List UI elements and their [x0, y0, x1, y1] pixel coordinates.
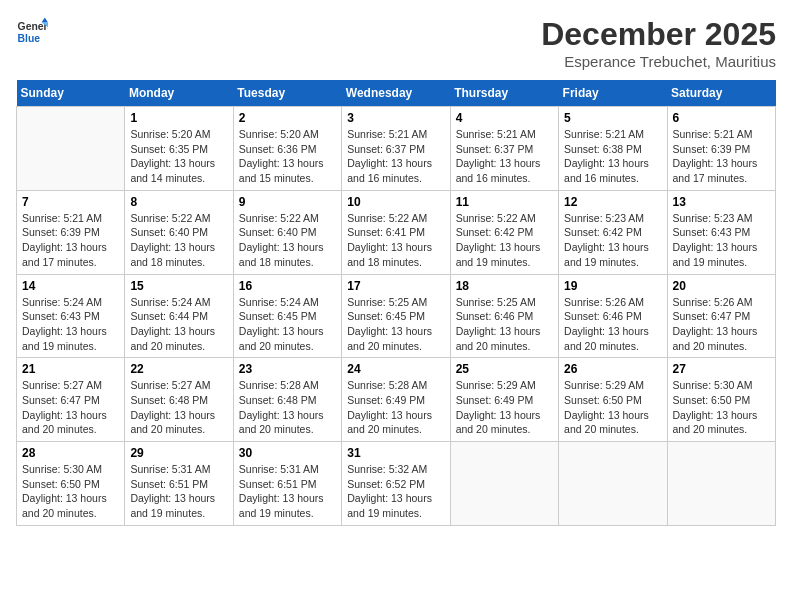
calendar-cell: 20Sunrise: 5:26 AM Sunset: 6:47 PM Dayli…	[667, 274, 775, 358]
calendar-cell: 28Sunrise: 5:30 AM Sunset: 6:50 PM Dayli…	[17, 442, 125, 526]
day-info: Sunrise: 5:25 AM Sunset: 6:46 PM Dayligh…	[456, 295, 553, 354]
day-info: Sunrise: 5:22 AM Sunset: 6:40 PM Dayligh…	[239, 211, 336, 270]
day-number: 29	[130, 446, 227, 460]
calendar-cell: 1Sunrise: 5:20 AM Sunset: 6:35 PM Daylig…	[125, 107, 233, 191]
weekday-header-sunday: Sunday	[17, 80, 125, 107]
calendar-cell: 4Sunrise: 5:21 AM Sunset: 6:37 PM Daylig…	[450, 107, 558, 191]
calendar-cell: 27Sunrise: 5:30 AM Sunset: 6:50 PM Dayli…	[667, 358, 775, 442]
title-area: December 2025 Esperance Trebuchet, Mauri…	[541, 16, 776, 70]
day-info: Sunrise: 5:21 AM Sunset: 6:39 PM Dayligh…	[673, 127, 770, 186]
week-row-1: 1Sunrise: 5:20 AM Sunset: 6:35 PM Daylig…	[17, 107, 776, 191]
calendar-cell: 6Sunrise: 5:21 AM Sunset: 6:39 PM Daylig…	[667, 107, 775, 191]
day-number: 6	[673, 111, 770, 125]
day-info: Sunrise: 5:27 AM Sunset: 6:47 PM Dayligh…	[22, 378, 119, 437]
day-number: 30	[239, 446, 336, 460]
day-number: 28	[22, 446, 119, 460]
calendar-cell: 7Sunrise: 5:21 AM Sunset: 6:39 PM Daylig…	[17, 190, 125, 274]
calendar-cell	[667, 442, 775, 526]
day-number: 24	[347, 362, 444, 376]
week-row-2: 7Sunrise: 5:21 AM Sunset: 6:39 PM Daylig…	[17, 190, 776, 274]
day-info: Sunrise: 5:29 AM Sunset: 6:50 PM Dayligh…	[564, 378, 661, 437]
day-info: Sunrise: 5:28 AM Sunset: 6:49 PM Dayligh…	[347, 378, 444, 437]
day-number: 1	[130, 111, 227, 125]
day-number: 25	[456, 362, 553, 376]
day-info: Sunrise: 5:21 AM Sunset: 6:37 PM Dayligh…	[456, 127, 553, 186]
day-info: Sunrise: 5:22 AM Sunset: 6:41 PM Dayligh…	[347, 211, 444, 270]
day-info: Sunrise: 5:23 AM Sunset: 6:42 PM Dayligh…	[564, 211, 661, 270]
weekday-header-tuesday: Tuesday	[233, 80, 341, 107]
calendar-cell: 18Sunrise: 5:25 AM Sunset: 6:46 PM Dayli…	[450, 274, 558, 358]
day-number: 19	[564, 279, 661, 293]
day-number: 15	[130, 279, 227, 293]
day-info: Sunrise: 5:31 AM Sunset: 6:51 PM Dayligh…	[130, 462, 227, 521]
day-info: Sunrise: 5:24 AM Sunset: 6:45 PM Dayligh…	[239, 295, 336, 354]
calendar-cell: 24Sunrise: 5:28 AM Sunset: 6:49 PM Dayli…	[342, 358, 450, 442]
day-number: 26	[564, 362, 661, 376]
svg-text:Blue: Blue	[18, 33, 41, 44]
day-info: Sunrise: 5:21 AM Sunset: 6:39 PM Dayligh…	[22, 211, 119, 270]
weekday-header-row: SundayMondayTuesdayWednesdayThursdayFrid…	[17, 80, 776, 107]
calendar-cell: 21Sunrise: 5:27 AM Sunset: 6:47 PM Dayli…	[17, 358, 125, 442]
day-info: Sunrise: 5:20 AM Sunset: 6:36 PM Dayligh…	[239, 127, 336, 186]
calendar-cell: 17Sunrise: 5:25 AM Sunset: 6:45 PM Dayli…	[342, 274, 450, 358]
calendar-cell: 5Sunrise: 5:21 AM Sunset: 6:38 PM Daylig…	[559, 107, 667, 191]
day-number: 17	[347, 279, 444, 293]
calendar-cell: 3Sunrise: 5:21 AM Sunset: 6:37 PM Daylig…	[342, 107, 450, 191]
calendar-cell: 15Sunrise: 5:24 AM Sunset: 6:44 PM Dayli…	[125, 274, 233, 358]
month-title: December 2025	[541, 16, 776, 53]
calendar-cell: 14Sunrise: 5:24 AM Sunset: 6:43 PM Dayli…	[17, 274, 125, 358]
day-number: 2	[239, 111, 336, 125]
day-number: 4	[456, 111, 553, 125]
day-number: 12	[564, 195, 661, 209]
weekday-header-monday: Monday	[125, 80, 233, 107]
day-info: Sunrise: 5:21 AM Sunset: 6:38 PM Dayligh…	[564, 127, 661, 186]
calendar-cell	[17, 107, 125, 191]
day-info: Sunrise: 5:31 AM Sunset: 6:51 PM Dayligh…	[239, 462, 336, 521]
day-number: 8	[130, 195, 227, 209]
day-number: 5	[564, 111, 661, 125]
weekday-header-thursday: Thursday	[450, 80, 558, 107]
calendar-cell: 8Sunrise: 5:22 AM Sunset: 6:40 PM Daylig…	[125, 190, 233, 274]
day-info: Sunrise: 5:24 AM Sunset: 6:43 PM Dayligh…	[22, 295, 119, 354]
calendar-body: 1Sunrise: 5:20 AM Sunset: 6:35 PM Daylig…	[17, 107, 776, 526]
calendar-cell: 2Sunrise: 5:20 AM Sunset: 6:36 PM Daylig…	[233, 107, 341, 191]
day-number: 7	[22, 195, 119, 209]
calendar-cell: 29Sunrise: 5:31 AM Sunset: 6:51 PM Dayli…	[125, 442, 233, 526]
day-number: 23	[239, 362, 336, 376]
day-info: Sunrise: 5:26 AM Sunset: 6:46 PM Dayligh…	[564, 295, 661, 354]
day-info: Sunrise: 5:27 AM Sunset: 6:48 PM Dayligh…	[130, 378, 227, 437]
weekday-header-saturday: Saturday	[667, 80, 775, 107]
weekday-header-wednesday: Wednesday	[342, 80, 450, 107]
day-info: Sunrise: 5:22 AM Sunset: 6:40 PM Dayligh…	[130, 211, 227, 270]
svg-marker-2	[42, 18, 48, 23]
location-subtitle: Esperance Trebuchet, Mauritius	[541, 53, 776, 70]
day-info: Sunrise: 5:32 AM Sunset: 6:52 PM Dayligh…	[347, 462, 444, 521]
weekday-header-friday: Friday	[559, 80, 667, 107]
day-info: Sunrise: 5:30 AM Sunset: 6:50 PM Dayligh…	[673, 378, 770, 437]
day-info: Sunrise: 5:24 AM Sunset: 6:44 PM Dayligh…	[130, 295, 227, 354]
day-number: 13	[673, 195, 770, 209]
day-number: 3	[347, 111, 444, 125]
day-number: 20	[673, 279, 770, 293]
calendar-cell: 19Sunrise: 5:26 AM Sunset: 6:46 PM Dayli…	[559, 274, 667, 358]
day-number: 21	[22, 362, 119, 376]
day-number: 16	[239, 279, 336, 293]
day-info: Sunrise: 5:25 AM Sunset: 6:45 PM Dayligh…	[347, 295, 444, 354]
header: General Blue December 2025 Esperance Tre…	[16, 16, 776, 70]
calendar-cell: 10Sunrise: 5:22 AM Sunset: 6:41 PM Dayli…	[342, 190, 450, 274]
day-info: Sunrise: 5:26 AM Sunset: 6:47 PM Dayligh…	[673, 295, 770, 354]
day-info: Sunrise: 5:21 AM Sunset: 6:37 PM Dayligh…	[347, 127, 444, 186]
calendar-cell: 13Sunrise: 5:23 AM Sunset: 6:43 PM Dayli…	[667, 190, 775, 274]
calendar-cell: 16Sunrise: 5:24 AM Sunset: 6:45 PM Dayli…	[233, 274, 341, 358]
day-info: Sunrise: 5:28 AM Sunset: 6:48 PM Dayligh…	[239, 378, 336, 437]
logo: General Blue	[16, 16, 48, 48]
calendar-cell: 11Sunrise: 5:22 AM Sunset: 6:42 PM Dayli…	[450, 190, 558, 274]
day-number: 18	[456, 279, 553, 293]
week-row-4: 21Sunrise: 5:27 AM Sunset: 6:47 PM Dayli…	[17, 358, 776, 442]
week-row-3: 14Sunrise: 5:24 AM Sunset: 6:43 PM Dayli…	[17, 274, 776, 358]
day-number: 14	[22, 279, 119, 293]
calendar-cell: 22Sunrise: 5:27 AM Sunset: 6:48 PM Dayli…	[125, 358, 233, 442]
logo-icon: General Blue	[16, 16, 48, 48]
calendar-cell: 25Sunrise: 5:29 AM Sunset: 6:49 PM Dayli…	[450, 358, 558, 442]
day-number: 27	[673, 362, 770, 376]
